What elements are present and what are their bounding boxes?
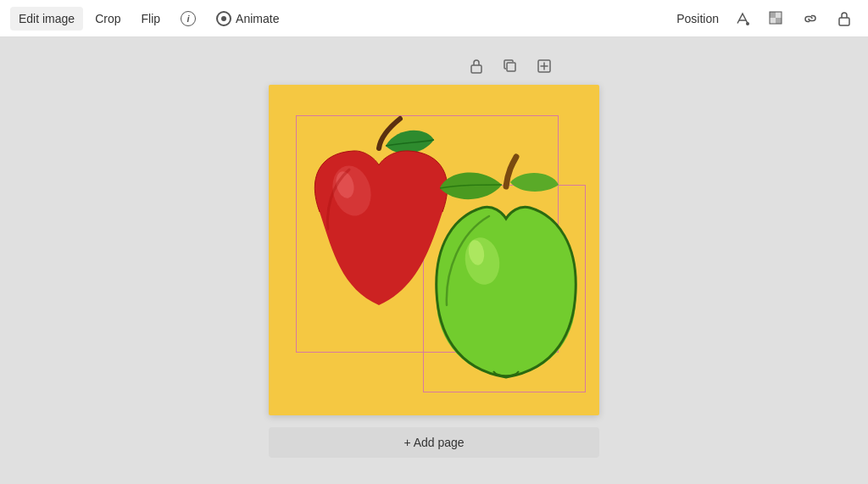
- canvas-card[interactable]: [269, 85, 599, 415]
- animate-icon: [216, 11, 231, 26]
- transparency-icon: [769, 11, 784, 26]
- flip-button[interactable]: Flip: [133, 7, 170, 31]
- add-page-bar: + Add page: [269, 427, 599, 458]
- flip-label: Flip: [142, 12, 161, 25]
- svg-rect-3: [770, 18, 776, 24]
- canvas-lock-button[interactable]: [465, 54, 488, 78]
- link-icon: [803, 11, 818, 26]
- svg-point-0: [746, 22, 749, 25]
- add-page-label: + Add page: [403, 436, 464, 449]
- crop-label: Crop: [95, 12, 120, 25]
- crop-button[interactable]: Crop: [86, 7, 129, 31]
- transparency-button[interactable]: [763, 5, 790, 32]
- toolbar: Edit image Crop Flip i Animate Position: [0, 0, 868, 37]
- canvas-area: + Add page: [0, 37, 868, 484]
- lock-icon: [837, 11, 851, 26]
- add-page-button[interactable]: + Add page: [269, 427, 599, 458]
- info-icon: i: [181, 11, 196, 26]
- svg-rect-2: [776, 12, 782, 18]
- svg-rect-8: [507, 63, 515, 71]
- animate-label: Animate: [236, 12, 279, 25]
- canvas-add-button[interactable]: [532, 54, 556, 78]
- animate-button[interactable]: Animate: [208, 6, 287, 31]
- edit-image-button[interactable]: Edit image: [10, 7, 83, 31]
- edit-image-label: Edit image: [19, 12, 75, 25]
- svg-rect-1: [770, 12, 776, 18]
- position-label: Position: [676, 12, 719, 25]
- toolbar-right: Position: [676, 5, 858, 32]
- paint-bucket-button[interactable]: [729, 5, 756, 32]
- canvas-duplicate-icon: [504, 59, 517, 73]
- green-apple: [421, 153, 591, 398]
- canvas-float-icons: [465, 54, 556, 78]
- canvas-lock-icon: [470, 58, 483, 74]
- svg-rect-4: [776, 18, 782, 24]
- svg-rect-6: [839, 18, 849, 25]
- toolbar-left: Edit image Crop Flip i Animate: [10, 6, 676, 31]
- canvas-add-icon: [537, 59, 551, 73]
- svg-rect-7: [471, 65, 481, 73]
- lock-button[interactable]: [831, 5, 858, 32]
- canvas-duplicate-button[interactable]: [498, 54, 522, 78]
- paint-bucket-icon: [735, 11, 750, 26]
- link-button[interactable]: [797, 5, 824, 32]
- info-button[interactable]: i: [172, 6, 204, 31]
